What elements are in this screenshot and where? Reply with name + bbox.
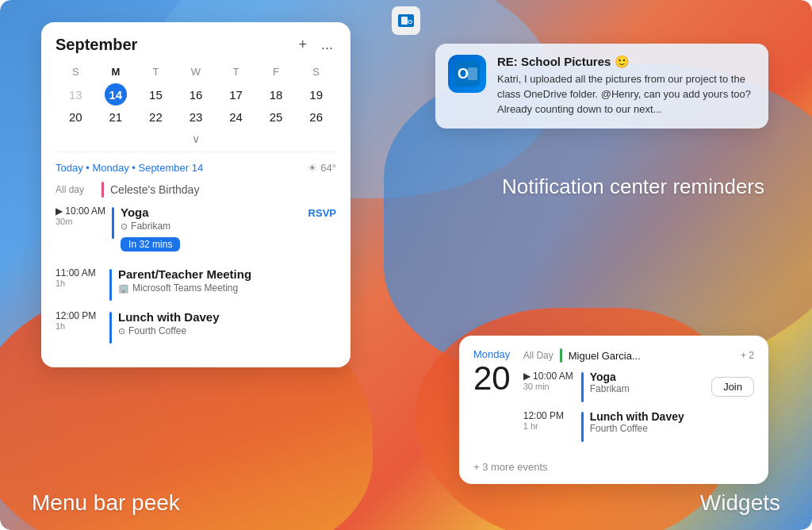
rsvp-button[interactable]: RSVP <box>308 207 336 219</box>
widget-allday-plus: + 2 <box>741 350 754 361</box>
event-lunch-sub: ⊙ Fourth Coffee <box>118 325 336 336</box>
widget-event-yoga-title: Yoga <box>590 371 705 383</box>
calendar-month: September <box>56 36 137 54</box>
event-lunch: 12:00 PM 1h Lunch with Davey ⊙ Fourth Co… <box>56 310 336 344</box>
event-lunch-time: 12:00 PM <box>56 310 103 321</box>
weekday-wed: W <box>176 64 216 81</box>
cal-day-13[interactable]: 13 <box>56 81 96 108</box>
allday-bar <box>102 182 104 198</box>
event-yoga-time: ▶ 10:00 AM <box>56 205 105 217</box>
cal-day-14-today[interactable]: 14 <box>96 81 136 108</box>
cal-day-18[interactable]: 18 <box>256 81 297 108</box>
widget-event-lunch-time: 12:00 PM <box>523 410 575 421</box>
event-pt-duration: 1h <box>56 278 103 288</box>
widget-more-events: + 3 more events <box>473 461 754 473</box>
event-parent-teacher: 11:00 AM 1h Parent/Teacher Meeting 🏢 Mic… <box>56 267 336 301</box>
weekday-fri: F <box>256 64 297 81</box>
notification-card: O RE: School Pictures 🙂 Katri, I uploade… <box>435 44 768 129</box>
cal-day-24[interactable]: 24 <box>216 108 256 126</box>
widgets-label: Widgets <box>700 490 780 516</box>
cal-day-19[interactable]: 19 <box>296 81 336 108</box>
widget-allday-bar <box>560 348 562 363</box>
svg-text:O: O <box>408 18 412 25</box>
event-lunch-title: Lunch with Davey <box>118 310 336 324</box>
widget-events-list: All Day Miguel Garcia... + 2 ▶ 10:00 AM … <box>523 348 754 450</box>
date-row: Today • Monday • September 14 ☀ 64° <box>56 159 336 174</box>
event-pt-content: Parent/Teacher Meeting 🏢 Microsoft Teams… <box>118 267 336 294</box>
allday-label: All day <box>56 184 95 195</box>
event-lunch-bar <box>109 312 112 344</box>
svg-text:O: O <box>458 66 469 82</box>
weather-sun-icon: ☀ <box>308 162 317 174</box>
allday-event-title: Celeste's Birthday <box>110 183 199 196</box>
widget-day-name: Monday <box>473 348 510 360</box>
svg-rect-5 <box>468 67 477 80</box>
event-pt-bar <box>109 269 112 301</box>
calendar-expand-chevron[interactable]: ∨ <box>56 132 336 145</box>
notification-center-label: Notification center reminders <box>502 175 764 199</box>
location-icon: ⊙ <box>121 221 128 232</box>
widget-allday-event: Miguel Garcia... <box>569 350 641 362</box>
calendar-week-row-2: 20 21 22 23 24 25 26 <box>56 108 336 126</box>
widget-event-lunch-duration: 1 hr <box>523 421 575 431</box>
cal-day-26[interactable]: 26 <box>296 108 336 126</box>
today-date-label: Today • Monday • September 14 <box>56 162 203 174</box>
cal-day-20[interactable]: 20 <box>56 108 96 126</box>
widget-event-yoga-time: ▶ 10:00 AM <box>523 371 575 382</box>
event-lunch-duration: 1h <box>56 321 103 331</box>
teams-icon: 🏢 <box>118 283 129 294</box>
widget-event-lunch: 12:00 PM 1 hr Lunch with Davey Fourth Co… <box>523 410 754 442</box>
event-yoga-bar <box>112 207 114 239</box>
event-yoga-content: Yoga RSVP ⊙ Fabrikam In 32 mins <box>121 205 336 258</box>
widget-card: Monday 20 All Day Miguel Garcia... + 2 ▶… <box>459 336 768 484</box>
widget-allday-row: All Day Miguel Garcia... + 2 <box>523 348 754 363</box>
widget-header: Monday 20 All Day Miguel Garcia... + 2 ▶… <box>473 348 754 450</box>
event-pt-title: Parent/Teacher Meeting <box>118 267 336 281</box>
weekday-sun: S <box>56 64 96 81</box>
widget-event-yoga-sub: Fabrikam <box>590 383 705 394</box>
more-options-button[interactable]: ... <box>318 35 336 55</box>
weekday-sat: S <box>296 64 336 81</box>
notification-title: RE: School Pictures 🙂 <box>497 55 756 69</box>
event-lunch-time-col: 12:00 PM 1h <box>56 310 103 331</box>
event-lunch-content: Lunch with Davey ⊙ Fourth Coffee <box>118 310 336 336</box>
event-yoga: ▶ 10:00 AM 30m Yoga RSVP ⊙ Fabrikam In 3… <box>56 205 336 258</box>
calendar-divider <box>56 152 336 152</box>
menu-bar-peek-label: Menu bar peek <box>32 490 180 516</box>
notification-body: Katri, I uploaded all the pictures from … <box>497 72 756 117</box>
event-yoga-location: ⊙ Fabrikam <box>121 221 336 232</box>
weekday-mon: M <box>96 64 136 81</box>
weekday-tue: T <box>136 64 176 81</box>
event-yoga-title: Yoga <box>121 205 149 219</box>
cal-day-15[interactable]: 15 <box>136 81 176 108</box>
outlook-icon-top: O <box>392 6 420 35</box>
cal-day-17[interactable]: 17 <box>216 81 256 108</box>
calendar-header: September + ... <box>56 35 336 55</box>
cal-day-16[interactable]: 16 <box>176 81 216 108</box>
weekday-thu: T <box>216 64 256 81</box>
svg-rect-1 <box>401 17 408 25</box>
cal-day-23[interactable]: 23 <box>176 108 216 126</box>
widget-allday-label: All Day <box>523 350 553 361</box>
cal-day-25[interactable]: 25 <box>256 108 297 126</box>
weather-display: ☀ 64° <box>308 162 336 174</box>
widget-event-yoga-time-col: ▶ 10:00 AM 30 min <box>523 371 575 391</box>
join-button[interactable]: Join <box>711 377 754 397</box>
widget-event-lunch-time-col: 12:00 PM 1 hr <box>523 410 575 431</box>
cal-day-22[interactable]: 22 <box>136 108 176 126</box>
widget-event-lunch-sub: Fourth Coffee <box>590 423 754 434</box>
weather-temp: 64° <box>320 162 336 174</box>
event-pt-time: 11:00 AM <box>56 267 103 278</box>
allday-event: All day Celeste's Birthday <box>56 182 336 198</box>
event-yoga-badge: In 32 mins <box>121 237 180 252</box>
widget-event-lunch-content: Lunch with Davey Fourth Coffee <box>590 410 754 434</box>
menu-bar-card: September + ... S M T W T F S 13 14 15 1… <box>41 22 350 367</box>
event-lunch-location: Fourth Coffee <box>128 325 186 336</box>
notification-app-icon: O <box>448 55 486 93</box>
cal-day-21[interactable]: 21 <box>96 108 136 126</box>
widget-date-block: Monday 20 <box>473 348 511 450</box>
calendar-grid: S M T W T F S 13 14 15 16 17 18 19 20 21 <box>56 64 336 126</box>
event-yoga-time-col: ▶ 10:00 AM 30m <box>56 205 105 226</box>
widget-event-lunch-bar <box>581 412 584 442</box>
add-event-button[interactable]: + <box>295 35 310 55</box>
